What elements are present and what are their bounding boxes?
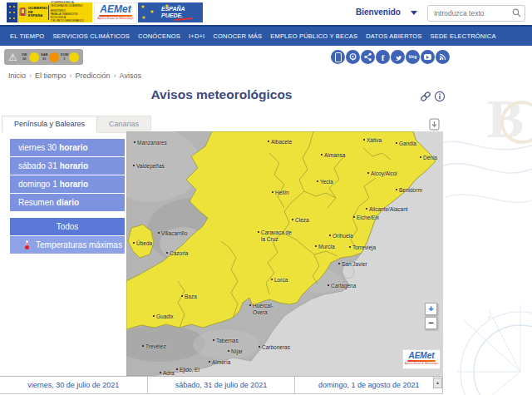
map-city-label: Níjar xyxy=(231,348,243,355)
map-city-label: Yecla xyxy=(320,179,333,185)
twitter-icon[interactable] xyxy=(391,50,405,64)
map-city-label: Orihuela xyxy=(332,233,353,239)
map-city-label: Tabernas xyxy=(216,338,239,344)
nav-item[interactable]: SEDE ELECTRÓNICA xyxy=(431,32,496,40)
forecast-sidebar: viernes 30horariosábado 31horariodomingo… xyxy=(10,139,125,254)
aemet-logo[interactable]: AEMet Agencia Estatal de Meteorología xyxy=(94,2,137,24)
blog-glyph: blog xyxy=(409,55,417,59)
map-city-label: San Javier xyxy=(342,261,367,268)
nav-item[interactable]: SERVICIOS CLIMÁTICOS xyxy=(52,32,130,40)
map-city-label: Albacete xyxy=(271,139,292,146)
info-icon[interactable] xyxy=(434,91,446,102)
page-title: Avisos meteorológicos xyxy=(0,87,443,102)
breadcrumb-item[interactable]: Inicio xyxy=(8,72,26,80)
breadcrumb-item[interactable]: El tiempo xyxy=(35,72,66,80)
button-label: sábado 31 xyxy=(18,161,57,170)
nav-item[interactable]: EMPLEO PÚBLICO Y BECAS xyxy=(270,32,357,40)
breadcrumb-item[interactable]: Predicción xyxy=(76,72,111,80)
map-city-label: Cartagena xyxy=(331,283,356,289)
date-tab[interactable]: sábado, 31 de julio de 2021 xyxy=(148,377,296,393)
map-city-label: Adra xyxy=(163,370,175,376)
alert-day-label: DOM1 xyxy=(61,53,68,61)
government-name: GOBIERNO DE ESPAÑA xyxy=(28,7,47,19)
map-city-label: Trevélez xyxy=(145,343,166,350)
rss-icon[interactable] xyxy=(436,50,450,64)
site-header: GOBIERNO DE ESPAÑA VICEPRESIDENCIA TERCE… xyxy=(0,0,532,25)
map-city-label: Almería xyxy=(212,359,230,366)
chevron-down-icon[interactable] xyxy=(411,11,417,15)
search-icon[interactable] xyxy=(512,8,521,17)
divider xyxy=(48,5,49,20)
map-city-label: Manzanares xyxy=(137,140,167,146)
map-city-label: Gandia xyxy=(399,141,416,147)
map-zoom-controls: + − xyxy=(425,303,437,329)
alert-level-dot xyxy=(29,52,39,62)
government-logo-body: GOBIERNO DE ESPAÑA VICEPRESIDENCIA TERCE… xyxy=(17,2,92,22)
map-city-label: Xàtiva xyxy=(367,137,382,144)
alert-level-dot xyxy=(69,52,79,62)
nav-item[interactable]: CONÓCENOS xyxy=(138,32,180,40)
map-city-label: Cazorla xyxy=(170,250,188,257)
map-city-label: Baza xyxy=(185,294,197,300)
warning-map[interactable]: ManzanaresValdepeñasAlbaceteHellínVillac… xyxy=(126,131,443,376)
periscope-icon[interactable] xyxy=(346,50,360,64)
map-city-label: Elche/Elx xyxy=(357,215,379,221)
facebook-glyph: f xyxy=(382,52,385,62)
welcome-menu[interactable]: Bienvenido xyxy=(356,7,401,17)
alert-level-dot xyxy=(49,52,59,62)
thermometer-icon xyxy=(25,240,29,249)
map-city-label: Alicante/Alacant xyxy=(369,206,408,213)
download-icon[interactable] xyxy=(429,118,440,131)
date-tab[interactable]: viernes, 30 de julio de 2021 xyxy=(0,377,148,393)
sidebar-day-button[interactable]: domingo 1horario xyxy=(10,175,125,193)
eu-flag-strip xyxy=(7,2,17,22)
espana-puede-logo: ★ ★ ★ ★ ESPAÑA PUEDE. xyxy=(138,2,203,22)
nav-item[interactable]: EL TIEMPO xyxy=(10,32,44,40)
breadcrumb-separator: › xyxy=(70,72,72,80)
alert-summary-widget[interactable]: ⚠ VIE30SÁB31DOM1 xyxy=(4,49,83,65)
button-label: Temperaturas máximas xyxy=(36,240,122,249)
share-icon[interactable] xyxy=(361,50,375,64)
breadcrumb-separator: › xyxy=(29,72,32,80)
map-city-label: Huércal-Overa xyxy=(253,303,281,316)
button-label: domingo 1 xyxy=(18,180,57,189)
svg-text:B: B xyxy=(487,88,524,149)
button-label: viernes 30 xyxy=(18,143,57,152)
mobile-app-icon[interactable] xyxy=(331,50,345,64)
sidebar-day-button[interactable]: sábado 31horario xyxy=(10,157,125,175)
ministry-name: VICEPRESIDENCIA TERCERA DEL GOBIERNO MIN… xyxy=(51,2,92,22)
blog-icon[interactable]: blog xyxy=(406,50,420,64)
aemet-map-watermark: AEMet Agencia Estatal de Meteorología xyxy=(402,349,441,369)
alert-day: VIE30 xyxy=(21,52,39,62)
breadcrumb: Inicio›El tiempo›Predicción›Avisos xyxy=(8,72,141,80)
breadcrumb-item: Avisos xyxy=(120,72,141,80)
zoom-in-button[interactable]: + xyxy=(425,303,437,315)
date-tab[interactable]: domingo, 1 de agosto de 2021 xyxy=(295,377,443,393)
nav-item[interactable]: CONOCER MÁS xyxy=(213,32,262,40)
map-city-label: Murcia xyxy=(318,244,335,250)
region-tabs: Península y Baleares Canarias xyxy=(2,116,151,133)
zoom-out-button[interactable]: − xyxy=(425,317,437,329)
sidebar-max-temp-button[interactable]: Temperaturas máximas xyxy=(10,236,125,254)
government-logo[interactable]: GOBIERNO DE ESPAÑA VICEPRESIDENCIA TERCE… xyxy=(7,2,92,22)
sidebar-all-button[interactable]: Todos xyxy=(10,218,125,235)
scrollbar-arrow[interactable]: ▲ xyxy=(433,378,442,388)
alert-day: DOM1 xyxy=(61,52,79,62)
permalink-icon[interactable] xyxy=(420,91,431,102)
button-label: Todos xyxy=(57,222,79,231)
nav-item[interactable]: DATOS ABIERTOS xyxy=(366,32,421,40)
nav-item[interactable]: I+D+I xyxy=(189,32,204,40)
tab-peninsula-baleares[interactable]: Península y Baleares xyxy=(2,116,97,132)
map-city-label: Caravaca de la Cruz xyxy=(261,230,294,243)
sidebar-day-button[interactable]: viernes 30horario xyxy=(10,139,125,156)
date-tabs: viernes, 30 de julio de 2021sábado, 31 d… xyxy=(0,376,443,394)
search-box xyxy=(427,5,525,22)
tab-canarias[interactable]: Canarias xyxy=(97,116,151,133)
youtube-icon[interactable] xyxy=(421,50,435,64)
social-links: fblog xyxy=(331,50,450,64)
facebook-icon[interactable]: f xyxy=(376,50,390,64)
map-city-label: Villacarrillo xyxy=(161,230,187,237)
alert-day-label: SÁB31 xyxy=(41,53,48,61)
search-input[interactable] xyxy=(432,7,510,20)
sidebar-day-button[interactable]: Resumendiario xyxy=(10,194,125,211)
